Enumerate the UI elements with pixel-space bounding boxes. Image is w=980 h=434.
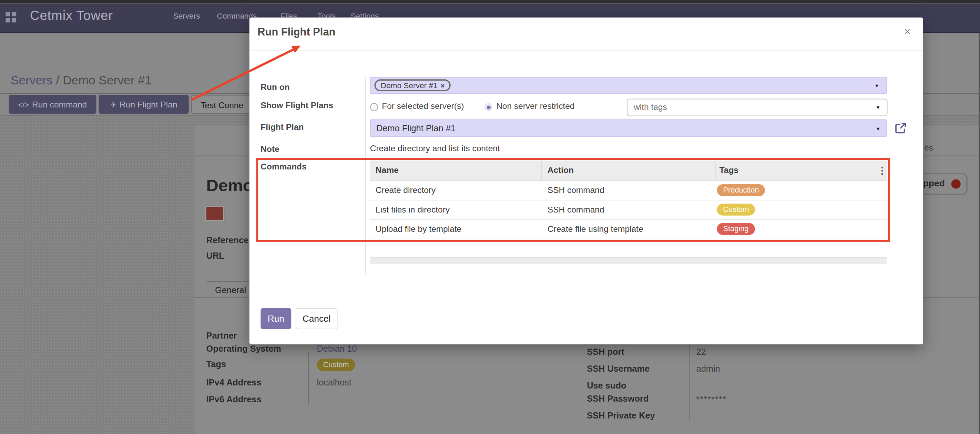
run-flight-plan-dialog: Run Flight Plan × Run on Show Flight Pla… xyxy=(250,17,923,345)
label-field-divider xyxy=(365,77,366,274)
run-flight-plan-button[interactable]: ✈Run Flight Plan xyxy=(99,95,189,114)
tag-badge-production: Production xyxy=(717,184,765,196)
tag-badge-custom-dimmed: Custom xyxy=(317,359,355,371)
table-scroll-track[interactable] xyxy=(370,257,887,264)
radio-non-server-restricted[interactable] xyxy=(485,103,493,111)
use-sudo-label: Use sudo xyxy=(587,381,626,391)
flight-plan-value: Demo Flight Plan #1 xyxy=(376,123,455,133)
brand-title[interactable]: Cetmix Tower xyxy=(30,8,113,24)
column-header-tags[interactable]: Tags xyxy=(719,166,738,175)
optional-columns-icon[interactable]: ⋮ xyxy=(878,165,887,176)
commands-table: Name Action Tags ⋮ Create directory SSH … xyxy=(370,161,887,239)
breadcrumb-current: Demo Server #1 xyxy=(63,73,152,87)
tag-badge-custom: Custom xyxy=(717,203,755,215)
partner-label: Partner xyxy=(207,330,237,340)
note-value: Create directory and list its content xyxy=(370,144,500,153)
with-tags-placeholder: with tags xyxy=(634,102,667,111)
dropdown-caret-icon[interactable]: ▼ xyxy=(876,126,880,132)
ssh-port-label: SSH port xyxy=(587,347,624,357)
color-swatch[interactable] xyxy=(205,206,224,221)
breadcrumb-separator: / xyxy=(53,73,63,87)
external-link-icon[interactable] xyxy=(894,121,908,135)
field-divider-right xyxy=(689,344,690,421)
ipv6-label: IPv6 Address xyxy=(207,394,261,404)
table-row[interactable]: List files in directory SSH command Cust… xyxy=(370,200,887,220)
field-divider-left xyxy=(308,352,309,405)
table-row[interactable]: Create directory SSH command Production xyxy=(370,181,887,200)
remove-tag-icon[interactable]: × xyxy=(441,82,445,89)
url-label: URL xyxy=(207,250,224,261)
plane-icon: ✈ xyxy=(110,96,116,114)
ssh-username-label: SSH Username xyxy=(587,364,649,374)
smart-button-fragment[interactable]: es xyxy=(924,143,933,152)
ssh-password-value: ******** xyxy=(697,395,727,404)
ssh-username-value: admin xyxy=(697,364,720,374)
status-label-fragment: pped xyxy=(923,178,945,188)
tag-badge-staging: Staging xyxy=(717,223,755,235)
server-tag-chip[interactable]: Demo Server #1× xyxy=(374,79,451,91)
operating-system-label: Operating System xyxy=(207,344,281,354)
radio-selected-dot xyxy=(487,105,490,109)
operating-system-value[interactable]: Debian 10 xyxy=(317,344,357,354)
close-icon[interactable]: × xyxy=(898,22,916,41)
run-button[interactable]: Run xyxy=(261,308,291,329)
reference-label: Reference xyxy=(207,235,249,245)
ssh-password-label: SSH Password xyxy=(587,394,649,404)
ipv4-label: IPv4 Address xyxy=(207,377,261,388)
dropdown-caret-icon[interactable]: ▼ xyxy=(875,83,880,89)
ipv4-value: localhost xyxy=(317,377,352,388)
breadcrumb-servers-link[interactable]: Servers xyxy=(11,73,53,87)
nav-item-servers[interactable]: Servers xyxy=(173,12,200,20)
viewport-right-edge xyxy=(978,33,980,434)
code-icon: </> xyxy=(18,96,29,114)
commands-table-header: Name Action Tags ⋮ xyxy=(370,161,887,181)
dialog-title: Run Flight Plan xyxy=(258,26,335,38)
screen: Cetmix Tower Servers Commands Files Tool… xyxy=(0,0,980,434)
dropdown-caret-icon[interactable]: ▼ xyxy=(876,105,880,111)
show-flight-plans-label: Show Flight Plans xyxy=(261,100,333,110)
status-stopped-dot xyxy=(951,180,961,189)
table-row[interactable]: Upload file by template Create file usin… xyxy=(370,220,887,239)
window-top-strip xyxy=(0,0,980,4)
apps-grid-icon[interactable] xyxy=(5,12,16,22)
column-header-name[interactable]: Name xyxy=(375,166,399,175)
breadcrumb: Servers / Demo Server #1 xyxy=(11,73,152,87)
run-on-field[interactable]: Demo Server #1× ▼ xyxy=(370,77,887,94)
note-label: Note xyxy=(261,144,279,154)
commands-label: Commands xyxy=(261,162,306,171)
radio-label-for-selected-servers[interactable]: For selected server(s) xyxy=(382,101,464,111)
cancel-button[interactable]: Cancel xyxy=(296,308,338,329)
tags-label: Tags xyxy=(207,359,226,369)
run-command-button[interactable]: </>Run command xyxy=(9,95,96,114)
ssh-port-value: 22 xyxy=(697,347,706,357)
server-title-fragment: Demo xyxy=(207,176,253,195)
column-header-action[interactable]: Action xyxy=(547,166,574,175)
ssh-private-key-label: SSH Private Key xyxy=(587,410,655,421)
radio-for-selected-servers[interactable] xyxy=(370,103,379,111)
radio-label-non-server-restricted[interactable]: Non server restricted xyxy=(496,101,574,111)
run-on-label: Run on xyxy=(261,82,290,92)
flight-plan-label: Flight Plan xyxy=(261,122,304,132)
dialog-header-divider xyxy=(250,50,923,51)
